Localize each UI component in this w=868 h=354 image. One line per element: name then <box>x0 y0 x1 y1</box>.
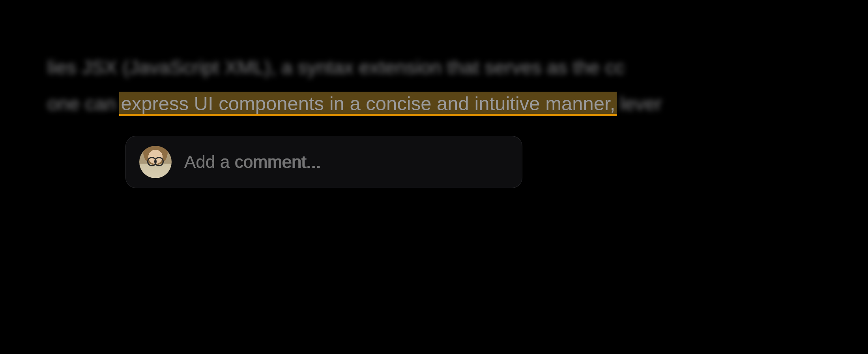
user-avatar-icon <box>139 146 172 178</box>
document-line-with-selection: one can express UI components in a conci… <box>47 90 662 117</box>
selected-text: express UI components in a concise and i… <box>119 93 617 114</box>
document-line-suffix-blurred: lever <box>617 92 662 115</box>
document-line-prefix-blurred: one can <box>47 92 119 115</box>
document-line-blurred: lies JSX (JavaScript XML), a syntax exte… <box>47 55 623 84</box>
comment-popup[interactable]: Add a comment... <box>125 136 522 188</box>
text-selection-highlight[interactable]: express UI components in a concise and i… <box>119 91 617 116</box>
comment-input[interactable] <box>184 136 510 188</box>
